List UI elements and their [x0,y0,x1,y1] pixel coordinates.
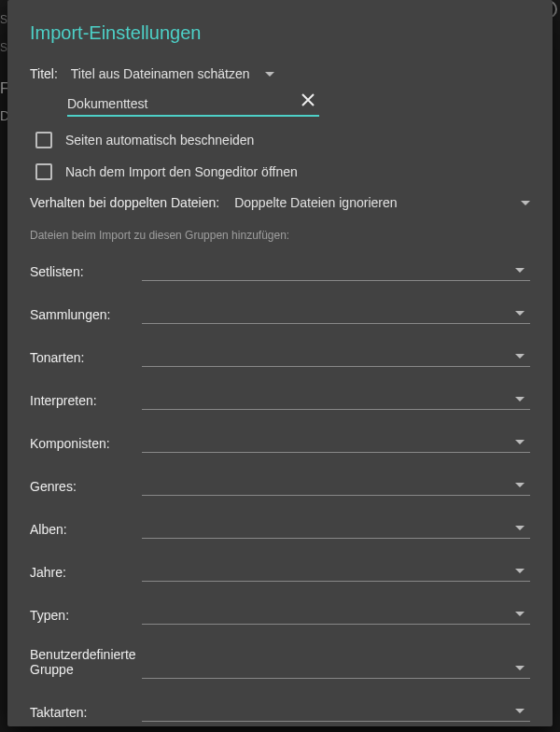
field-row: Setlisten: [30,260,530,281]
close-icon [301,92,315,107]
field-row: Genres: [30,475,530,496]
clear-input-button[interactable] [301,92,315,110]
field-row: Jahre: [30,561,530,582]
chevron-down-icon [515,440,525,444]
chevron-down-icon [515,569,525,573]
field-label: Typen: [30,608,142,625]
title-label: Titel: [30,66,58,81]
open-editor-label: Nach dem Import den Songeditor öffnen [65,164,298,179]
field-row: Tonarten: [30,346,530,367]
field-dropdown[interactable] [142,432,530,453]
checkbox-icon [35,132,52,148]
title-input-row [67,91,319,117]
open-editor-checkbox[interactable]: Nach dem Import den Songeditor öffnen [35,163,530,180]
field-dropdown[interactable] [142,518,530,539]
field-row: Taktarten: [30,701,530,722]
chevron-down-icon [515,268,525,273]
field-label: Tonarten: [30,350,142,367]
field-dropdown[interactable] [142,561,530,582]
field-row: Sammlungen: [30,303,530,324]
field-row: Benutzerdefinierte Gruppe [30,647,530,679]
field-label: Taktarten: [30,705,142,722]
field-label: Benutzerdefinierte Gruppe [30,647,142,679]
auto-crop-checkbox[interactable]: Seiten automatisch beschneiden [35,132,530,148]
field-label: Setlisten: [30,264,142,281]
field-dropdown[interactable] [142,389,530,410]
title-input[interactable] [67,91,319,117]
field-label: Alben: [30,522,142,539]
field-dropdown[interactable] [142,701,530,722]
chevron-down-icon [265,72,274,77]
field-dropdown[interactable] [142,475,530,496]
field-dropdown[interactable] [142,658,530,679]
chevron-down-icon [515,354,525,359]
field-dropdown[interactable] [142,346,530,367]
chevron-down-icon [515,483,525,487]
chevron-down-icon [515,526,525,530]
checkbox-icon [35,163,52,180]
field-row: Alben: [30,518,530,539]
auto-crop-label: Seiten automatisch beschneiden [65,133,254,148]
field-dropdown[interactable] [142,303,530,324]
field-dropdown[interactable] [142,260,530,281]
chevron-down-icon [521,201,530,205]
duplicate-behavior-dropdown[interactable]: Verhalten bei doppelten Dateien: Doppelt… [30,195,530,210]
field-row: Typen: [30,604,530,625]
duplicate-label: Verhalten bei doppelten Dateien: [30,195,219,210]
chevron-down-icon [515,397,525,401]
field-list: Setlisten:Sammlungen:Tonarten:Interprete… [30,260,530,732]
title-mode-selected: Titel aus Dateinamen schätzen [71,66,250,81]
chevron-down-icon [515,612,525,616]
field-label: Genres: [30,479,142,496]
title-mode-dropdown[interactable]: Titel aus Dateinamen schätzen [71,66,274,81]
field-label: Komponisten: [30,436,142,453]
import-settings-dialog: Import-Einstellungen Titel: Titel aus Da… [7,0,553,726]
field-label: Sammlungen: [30,307,142,324]
chevron-down-icon [515,311,525,316]
chevron-down-icon [515,709,525,713]
field-label: Jahre: [30,565,142,582]
field-row: Interpreten: [30,389,530,410]
field-dropdown[interactable] [142,604,530,625]
duplicate-selected: Doppelte Dateien ignorieren [234,195,521,210]
title-row: Titel: Titel aus Dateinamen schätzen [30,66,530,81]
field-label: Interpreten: [30,393,142,410]
groups-helper-text: Dateien beim Import zu diesen Gruppen hi… [30,229,530,242]
chevron-down-icon [515,666,525,670]
dialog-title: Import-Einstellungen [30,22,530,44]
field-row: Komponisten: [30,432,530,453]
